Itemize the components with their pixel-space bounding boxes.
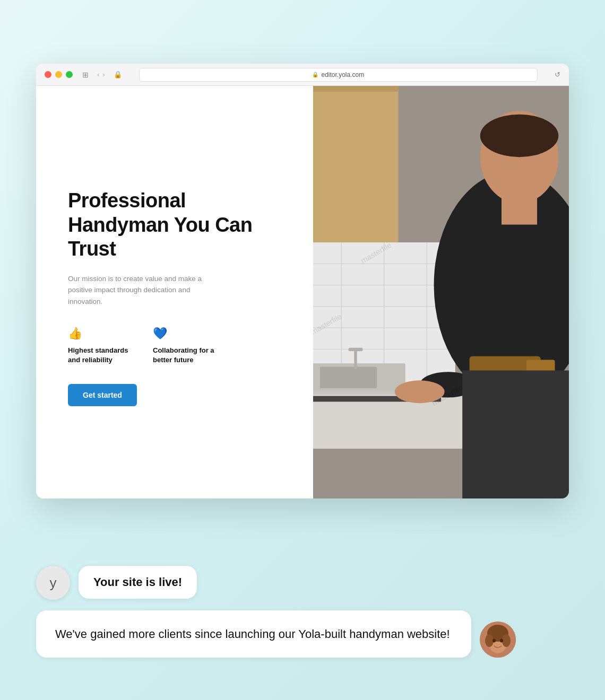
security-icon: 🔒 <box>114 71 122 78</box>
svg-rect-15 <box>354 349 357 369</box>
user-avatar-svg <box>480 622 516 658</box>
svg-rect-2 <box>313 86 398 92</box>
svg-point-38 <box>500 639 503 643</box>
browser-nav: ‹ › <box>97 71 105 78</box>
svg-rect-14 <box>320 367 377 388</box>
feature-1: 👍 Highest standards and reliability <box>68 327 132 365</box>
maximize-button[interactable] <box>66 71 73 78</box>
chat-section: y Your site is live! We've gained more c… <box>36 566 569 658</box>
forward-button[interactable]: › <box>102 71 105 78</box>
url-text: editor.yola.com <box>321 71 364 78</box>
browser-chrome: ⊞ ‹ › 🔒 🔒 editor.yola.com ↺ <box>36 64 569 86</box>
svg-rect-28 <box>462 371 569 498</box>
address-bar[interactable]: 🔒 editor.yola.com <box>139 68 538 82</box>
reload-button[interactable]: ↺ <box>555 71 560 78</box>
hero-title: Professional Handyman You Can Trust <box>68 189 287 261</box>
feature-1-label: Highest standards and reliability <box>68 346 132 365</box>
feature-2: 💙 Collaborating for a better future <box>153 327 217 365</box>
traffic-lights <box>45 71 73 78</box>
handyman-scene: masterfile masterfile masterfile <box>313 86 569 498</box>
sidebar-toggle-icon[interactable]: ⊞ <box>82 71 89 79</box>
back-button[interactable]: ‹ <box>97 71 99 78</box>
lock-icon: 🔒 <box>312 72 318 77</box>
yola-avatar: y <box>36 566 70 600</box>
chat-bubble-testimonial: We've gained more clients since launchin… <box>36 610 471 658</box>
feature-2-label: Collaborating for a better future <box>153 346 217 365</box>
hero-left-panel: Professional Handyman You Can Trust Our … <box>36 86 313 498</box>
browser-content: Professional Handyman You Can Trust Our … <box>36 86 569 498</box>
chat-row-2: We've gained more clients since launchin… <box>36 610 569 658</box>
hero-subtitle: Our mission is to create value and make … <box>68 273 217 308</box>
svg-point-36 <box>502 634 511 647</box>
svg-point-35 <box>485 634 494 647</box>
thumbsup-icon: 👍 <box>68 327 132 340</box>
browser-window: ⊞ ‹ › 🔒 🔒 editor.yola.com ↺ Professional… <box>36 64 569 498</box>
yola-letter: y <box>50 575 57 591</box>
minimize-button[interactable] <box>55 71 62 78</box>
chat-bubble-live: Your site is live! <box>79 566 197 599</box>
close-button[interactable] <box>45 71 51 78</box>
svg-point-22 <box>480 115 559 157</box>
svg-point-37 <box>492 639 496 643</box>
chat-bubble-2-text: We've gained more clients since launchin… <box>55 627 450 641</box>
svg-rect-23 <box>502 196 537 225</box>
svg-rect-1 <box>313 86 398 242</box>
heart-icon: 💙 <box>153 327 217 340</box>
chat-bubble-1-text: Your site is live! <box>93 575 182 589</box>
get-started-button[interactable]: Get started <box>68 384 137 406</box>
user-avatar <box>480 622 516 658</box>
svg-rect-16 <box>349 348 363 352</box>
hero-right-panel: masterfile masterfile masterfile <box>313 86 569 498</box>
features-row: 👍 Highest standards and reliability 💙 Co… <box>68 327 287 365</box>
chat-row-1: y Your site is live! <box>36 566 569 600</box>
